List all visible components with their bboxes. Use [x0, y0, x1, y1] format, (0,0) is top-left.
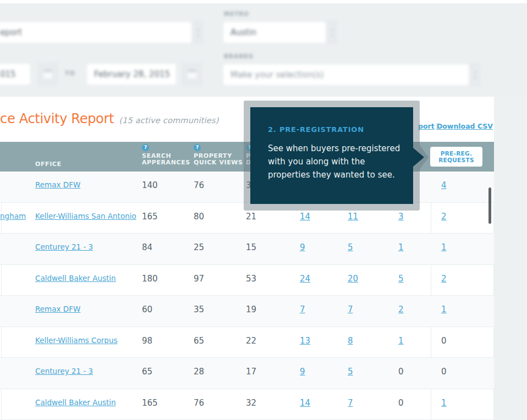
search-appearances-column-header: ? SEARCH APPERANCES	[142, 144, 190, 166]
table-row: Centurey 21 - 3 65 28 17 9 5 0 0	[0, 358, 494, 389]
property-quick-views-column-header: ? PROPERTY QUICK VIEWS	[194, 144, 243, 166]
office-link[interactable]: Keller-Williams San Antonio	[35, 212, 136, 220]
date-from-calendar-button[interactable]	[37, 62, 58, 86]
date-to-calendar-button[interactable]	[182, 62, 202, 86]
prereg-requests-link: 0	[441, 336, 447, 346]
search-appearances-value: 180	[142, 274, 158, 284]
property-quick-views-value: 65	[194, 336, 204, 346]
prereg-requests-link[interactable]: 1	[441, 305, 447, 314]
prereg-header-line1: PRE-REG.	[441, 150, 473, 157]
brands-placeholder: Make your selection(s)	[223, 64, 469, 85]
office-link[interactable]: Remax DFW	[35, 305, 80, 313]
office-link[interactable]: Centurey 21 - 3	[35, 367, 93, 375]
report-type-select[interactable]: eport	[0, 22, 191, 43]
metric-3-link[interactable]: 3	[398, 212, 404, 222]
office-link[interactable]: Caldwell Baker Austin	[35, 274, 116, 283]
prereg-requests-link[interactable]: 2	[441, 212, 447, 222]
metric-1-link[interactable]: 14	[300, 212, 310, 222]
prereg-requests-link[interactable]: 4	[441, 180, 447, 190]
metric-2-link[interactable]: 11	[348, 212, 358, 222]
metric-3-link[interactable]: 5	[398, 274, 404, 284]
office-link[interactable]: Remax DFW	[35, 180, 80, 189]
calendar-icon	[43, 70, 52, 79]
metric-1-link[interactable]: 7	[300, 305, 305, 314]
metric-3-link[interactable]: 1	[398, 336, 404, 346]
date-from-value: 015	[0, 64, 30, 85]
metric-1-link[interactable]: 24	[300, 274, 310, 284]
metric-3-link: 0	[398, 398, 404, 408]
metric-2-link[interactable]: 5	[348, 367, 353, 377]
date-range-separator: TO	[65, 70, 75, 77]
brands-label: BRANDS	[224, 53, 254, 59]
search-appearances-value: 165	[142, 398, 158, 408]
date-to-input[interactable]: February 28, 2015	[87, 64, 176, 85]
table-row: Centurey 21 - 3 84 25 15 9 5 1 1	[0, 234, 494, 265]
property-detail-views-value: 32	[246, 398, 256, 408]
prereg-requests-link[interactable]: 1	[441, 398, 447, 408]
property-quick-views-value: 76	[194, 398, 204, 408]
search-appearances-value: 140	[142, 180, 158, 190]
vertical-scrollbar-thumb[interactable]	[488, 187, 491, 224]
property-detail-views-value: 21	[246, 212, 256, 222]
property-quick-views-value: 97	[194, 274, 204, 284]
metric-1-link[interactable]: 13	[300, 336, 310, 346]
download-csv-link[interactable]: Download CSV	[437, 122, 493, 130]
tooltip-body-line: properties they wanted to see.	[268, 168, 400, 181]
date-from-input[interactable]: 015	[0, 64, 30, 85]
property-detail-views-value: 17	[246, 367, 256, 377]
help-icon[interactable]: ?	[194, 144, 201, 151]
search-appearances-value: 65	[142, 367, 152, 377]
header-line: APPERANCES	[142, 159, 190, 166]
metro-value: Austin	[223, 22, 326, 43]
chevron-down-icon: ▾	[197, 34, 199, 37]
property-quick-views-value: 80	[194, 212, 204, 222]
filters-blur-wrap: eport ▴ ▾ METRO Austin ▴ ▾ 015 TO Februa…	[0, 3, 527, 96]
chevron-down-icon: ▾	[331, 34, 333, 37]
community-link[interactable]: ngham	[0, 212, 26, 220]
prereg-requests-header-button[interactable]: PRE-REG. REQUESTS	[430, 147, 482, 167]
search-appearances-value: 60	[142, 305, 152, 314]
metric-3-link: 0	[398, 367, 404, 377]
calendar-icon	[188, 70, 196, 79]
metric-2-link[interactable]: 5	[348, 242, 353, 252]
metro-stepper[interactable]: ▴ ▾	[327, 20, 338, 45]
metric-2-link[interactable]: 7	[348, 305, 353, 314]
property-quick-views-value: 35	[194, 305, 204, 314]
office-link[interactable]: Keller-Williams Corpus	[35, 336, 118, 345]
table-row: Remax DFW 60 35 19 7 7 2 1	[0, 296, 494, 327]
tooltip-body: See when buyers pre-registered with you …	[268, 142, 400, 181]
metric-1-link[interactable]: 9	[300, 242, 305, 252]
page-title: ce Activity Report	[0, 111, 114, 126]
tooltip-body-line: See when buyers pre-registered	[268, 142, 400, 155]
brands-stepper[interactable]: ▴ ▾	[470, 63, 481, 87]
search-appearances-value: 84	[142, 242, 152, 252]
chevron-up-icon: ▴	[197, 28, 199, 32]
metro-select[interactable]: Austin	[223, 22, 326, 43]
help-icon[interactable]: ?	[142, 144, 149, 151]
prereg-requests-link[interactable]: 2	[441, 274, 447, 284]
metric-2-link[interactable]: 20	[348, 274, 358, 284]
property-detail-views-value: 19	[246, 305, 256, 314]
brands-multiselect[interactable]: Make your selection(s)	[223, 64, 469, 85]
metric-1-link[interactable]: 14	[300, 398, 310, 408]
chevron-down-icon: ▾	[474, 76, 476, 80]
metric-3-link[interactable]: 1	[398, 242, 404, 252]
header-line: QUICK VIEWS	[194, 159, 243, 166]
office-link[interactable]: Caldwell Baker Austin	[35, 398, 116, 407]
metric-3-link[interactable]: 2	[398, 305, 404, 314]
metro-label: METRO	[224, 11, 249, 17]
report-type-stepper[interactable]: ▴ ▾	[193, 20, 204, 45]
report-link-partial[interactable]: port	[418, 122, 435, 130]
property-detail-views-value: 15	[246, 242, 256, 252]
office-column-header: OFFICE	[35, 161, 62, 168]
metric-2-link[interactable]: 7	[348, 398, 353, 408]
metric-1-link[interactable]: 9	[300, 367, 305, 377]
property-detail-views-value: 53	[246, 274, 256, 284]
chevron-up-icon: ▴	[474, 70, 476, 74]
office-link[interactable]: Centurey 21 - 3	[35, 242, 93, 251]
prereg-requests-link[interactable]: 1	[441, 242, 447, 252]
property-quick-views-value: 28	[194, 367, 204, 377]
tooltip-arrow-right-icon	[413, 148, 424, 167]
metric-2-link[interactable]: 8	[348, 336, 353, 346]
title-row: ce Activity Report (15 active communitie…	[0, 111, 219, 126]
